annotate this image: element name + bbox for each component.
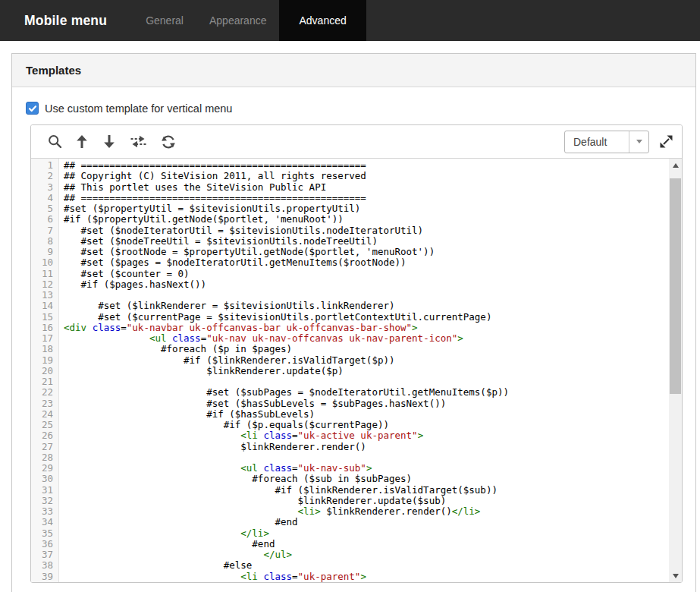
code-line: #if ($p.equals($currentPage)) bbox=[64, 420, 669, 430]
code-line: <ul class="uk-nav-sub"> bbox=[64, 463, 669, 474]
code-viewport: 1234567891011121314151617181920212223242… bbox=[31, 159, 682, 582]
code-line: #end bbox=[64, 517, 669, 527]
code-line: #end bbox=[64, 539, 669, 549]
line-number: 29 bbox=[31, 463, 58, 474]
line-number: 22 bbox=[31, 387, 58, 398]
custom-template-row: Use custom template for vertical menu bbox=[26, 102, 232, 115]
line-number: 10 bbox=[31, 257, 58, 268]
code-content[interactable]: ## =====================================… bbox=[60, 159, 669, 582]
tab-advanced[interactable]: Advanced bbox=[279, 0, 366, 41]
code-line: #foreach ($sub in $subPages) bbox=[64, 474, 669, 484]
tab-general[interactable]: General bbox=[133, 0, 196, 41]
portlet-settings-header: Mobile menu General Appearance Advanced bbox=[0, 0, 700, 41]
line-number-gutter: 1234567891011121314151617181920212223242… bbox=[31, 159, 59, 582]
code-line: #if ($hasSubLevels) bbox=[64, 409, 669, 420]
move-down-button[interactable] bbox=[101, 133, 118, 151]
scrollbar-up-button[interactable] bbox=[669, 159, 682, 172]
code-line: #else bbox=[64, 560, 669, 571]
code-line: #set ($counter = 0) bbox=[64, 269, 669, 279]
line-number: 8 bbox=[31, 236, 58, 247]
scrollbar-thumb[interactable] bbox=[670, 178, 681, 394]
code-line: ## =====================================… bbox=[64, 160, 669, 171]
arrow-down-icon bbox=[102, 134, 116, 149]
replace-button[interactable] bbox=[128, 133, 148, 151]
fullscreen-button[interactable] bbox=[657, 133, 675, 151]
line-number: 39 bbox=[31, 572, 58, 582]
code-line: #set ($rootNode = $propertyUtil.getNode(… bbox=[64, 247, 669, 257]
scrollbar-down-button[interactable] bbox=[669, 569, 682, 582]
line-number: 32 bbox=[31, 496, 58, 506]
line-number: 25 bbox=[31, 420, 58, 430]
code-line: #set ($nodeIteratorUtil = $sitevisionUti… bbox=[64, 225, 669, 236]
line-number: 4 bbox=[31, 193, 58, 203]
code-line: #set ($hasSubLevels = $subPages.hasNext(… bbox=[64, 398, 669, 409]
line-number: 21 bbox=[31, 376, 58, 387]
line-number: 6 bbox=[31, 214, 58, 225]
line-number: 26 bbox=[31, 430, 58, 441]
line-number: 15 bbox=[31, 312, 58, 323]
code-line: #if ($pages.hasNext()) bbox=[64, 279, 669, 290]
template-code-editor: Default 12345678910111213141516171819202… bbox=[30, 124, 683, 583]
code-line: ## =====================================… bbox=[64, 193, 669, 203]
code-line: ## This portlet uses the SiteVision Publ… bbox=[64, 182, 669, 193]
code-line bbox=[64, 452, 669, 463]
checkmark-icon bbox=[28, 104, 37, 113]
line-number: 12 bbox=[31, 279, 58, 290]
search-button[interactable] bbox=[46, 133, 63, 151]
line-number: 36 bbox=[31, 539, 58, 549]
panel-header: Templates bbox=[12, 54, 695, 87]
refresh-icon bbox=[160, 134, 177, 150]
tab-bar: General Appearance Advanced bbox=[133, 0, 366, 41]
use-custom-template-checkbox[interactable] bbox=[26, 102, 39, 115]
line-number: 11 bbox=[31, 269, 58, 279]
code-line: <li class="uk-active uk-parent"> bbox=[64, 430, 669, 441]
swap-arrows-icon bbox=[130, 134, 147, 149]
use-custom-template-label: Use custom template for vertical menu bbox=[45, 102, 232, 115]
line-number: 5 bbox=[31, 203, 58, 214]
move-up-button[interactable] bbox=[74, 133, 90, 151]
line-number: 37 bbox=[31, 549, 58, 560]
line-number: 9 bbox=[31, 247, 58, 257]
select-arrow-segment[interactable] bbox=[629, 131, 648, 153]
vertical-scrollbar[interactable] bbox=[669, 159, 682, 582]
editor-toolbar: Default bbox=[31, 125, 682, 159]
line-number: 34 bbox=[31, 517, 58, 527]
code-line: </ul> bbox=[64, 549, 669, 560]
code-line bbox=[64, 376, 669, 387]
scroll-up-icon bbox=[673, 163, 679, 168]
arrow-up-icon bbox=[75, 134, 89, 149]
code-line: $linkRenderer.update($p) bbox=[64, 366, 669, 376]
template-select[interactable]: Default bbox=[564, 131, 649, 153]
line-number: 14 bbox=[31, 301, 58, 311]
line-number: 17 bbox=[31, 333, 58, 344]
code-line: #set ($propertyUtil = $sitevisionUtils.p… bbox=[64, 203, 669, 214]
code-line: #if ($propertyUtil.getNode($portlet, 'me… bbox=[64, 214, 669, 225]
code-line: $linkRenderer.update($sub) bbox=[64, 496, 669, 506]
refresh-button[interactable] bbox=[159, 133, 178, 151]
code-line: #foreach ($p in $pages) bbox=[64, 344, 669, 354]
line-number: 38 bbox=[31, 560, 58, 571]
line-number: 3 bbox=[31, 182, 58, 193]
templates-panel: Templates Use custom template for vertic… bbox=[11, 53, 696, 592]
line-number: 28 bbox=[31, 452, 58, 463]
line-number: 24 bbox=[31, 409, 58, 420]
line-number: 33 bbox=[31, 506, 58, 517]
line-number: 16 bbox=[31, 323, 58, 333]
line-number: 23 bbox=[31, 398, 58, 409]
code-line: #if ($linkRenderer.isValidTarget($p)) bbox=[64, 355, 669, 366]
line-number: 35 bbox=[31, 528, 58, 539]
line-number: 2 bbox=[31, 171, 58, 181]
code-line: ## Copyright (C) SiteVision 2011, all ri… bbox=[64, 171, 669, 181]
line-number: 19 bbox=[31, 355, 58, 366]
tab-appearance[interactable]: Appearance bbox=[196, 0, 280, 41]
code-line: #set ($subPages = $nodeIteratorUtil.getM… bbox=[64, 387, 669, 398]
line-number: 30 bbox=[31, 474, 58, 484]
code-line: #set ($linkRenderer = $sitevisionUtils.l… bbox=[64, 301, 669, 311]
code-line bbox=[64, 290, 669, 301]
expand-icon bbox=[659, 134, 673, 149]
search-icon bbox=[47, 134, 63, 150]
code-line: <li class="uk-parent"> bbox=[64, 572, 669, 582]
window-title: Mobile menu bbox=[24, 13, 107, 29]
code-line: #set ($currentPage = $sitevisionUtils.po… bbox=[64, 312, 669, 323]
scroll-down-icon bbox=[673, 574, 679, 578]
